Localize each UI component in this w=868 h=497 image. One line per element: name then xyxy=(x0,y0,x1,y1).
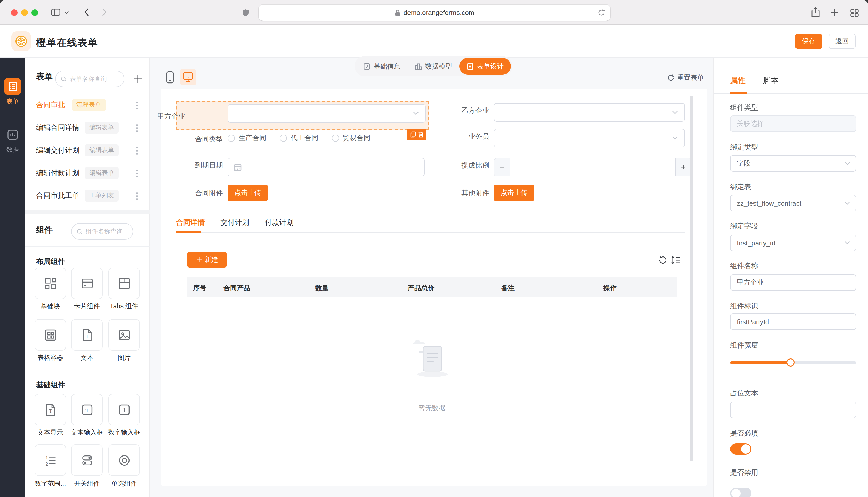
radio-trade-contract[interactable]: 贸易合同 xyxy=(332,133,371,143)
selected-component-first-party[interactable]: 甲方企业 xyxy=(176,101,429,130)
disabled-toggle[interactable] xyxy=(730,488,752,497)
component-card-image[interactable] xyxy=(108,319,140,351)
field-label: 甲方企业 xyxy=(141,112,185,121)
component-card-text[interactable]: T xyxy=(71,319,103,351)
other-attachment-upload-button[interactable]: 点击上传 xyxy=(494,185,534,201)
canvas-scrollbar[interactable] xyxy=(690,96,693,461)
tab-payment-plan[interactable]: 付款计划 xyxy=(265,218,294,227)
add-form-icon[interactable] xyxy=(133,74,143,84)
second-party-select[interactable] xyxy=(494,103,685,122)
undo-icon[interactable] xyxy=(658,255,668,265)
tab-basic-info[interactable]: 基础信息 xyxy=(356,58,408,75)
rail-label-data[interactable]: 数据 xyxy=(0,145,25,154)
commission-ratio-stepper[interactable] xyxy=(494,158,691,176)
list-item-edit-payment[interactable]: 编辑付款计划 编辑表单 xyxy=(25,162,150,185)
salesman-select[interactable] xyxy=(494,129,685,147)
rail-item-data[interactable] xyxy=(4,126,21,143)
reload-icon[interactable] xyxy=(597,9,605,16)
back-button-app[interactable]: 返回 xyxy=(829,33,856,49)
tab-script[interactable]: 脚本 xyxy=(763,76,779,86)
component-key-input[interactable]: firstPartyId xyxy=(730,313,856,330)
component-card-text-input[interactable]: T xyxy=(71,394,103,425)
required-toggle[interactable] xyxy=(730,443,752,455)
radio-icon[interactable] xyxy=(228,134,235,142)
component-card-text-display[interactable]: T xyxy=(35,394,66,425)
form-search[interactable] xyxy=(55,71,124,87)
component-search-input[interactable] xyxy=(86,228,127,235)
new-tab-icon[interactable] xyxy=(831,9,839,16)
tab-overview-icon[interactable] xyxy=(851,9,859,17)
bind-field-select[interactable]: first_party_id xyxy=(730,235,856,251)
data-chart-icon xyxy=(7,129,18,140)
placeholder-text-input[interactable] xyxy=(730,402,856,418)
component-card-label: 表格容器 xyxy=(31,354,70,363)
save-button[interactable]: 保存 xyxy=(795,33,822,49)
more-actions-icon[interactable] xyxy=(133,100,141,111)
list-item-edit-delivery[interactable]: 编辑交付计划 编辑表单 xyxy=(25,139,150,162)
radio-production-contract[interactable]: 生产合同 xyxy=(228,133,266,143)
component-card-switch[interactable] xyxy=(71,444,103,476)
rail-item-forms[interactable] xyxy=(4,78,21,95)
desktop-preview-button[interactable] xyxy=(180,69,196,85)
chevron-down-icon xyxy=(844,161,851,166)
tab-contract-detail[interactable]: 合同详情 xyxy=(176,218,205,227)
bind-type-select[interactable]: 字段 xyxy=(730,155,856,172)
field-label: 绑定类型 xyxy=(730,143,758,152)
list-item-edit-contract[interactable]: 编辑合同详情 编辑表单 xyxy=(25,116,150,139)
mobile-preview-button[interactable] xyxy=(162,69,178,85)
copy-icon[interactable] xyxy=(410,131,416,138)
contract-attachment-upload-button[interactable]: 点击上传 xyxy=(228,185,268,201)
component-card-number-range[interactable]: 12 xyxy=(35,444,66,476)
tab-form-design[interactable]: 表单设计 xyxy=(459,58,511,75)
more-actions-icon[interactable] xyxy=(133,145,141,156)
stepper-decrease-button[interactable] xyxy=(494,158,510,176)
delete-icon[interactable] xyxy=(418,131,424,138)
zoom-window-button[interactable] xyxy=(31,9,38,16)
form-type-badge: 流程表单 xyxy=(72,99,106,111)
tab-data-model[interactable]: 数据模型 xyxy=(408,58,459,75)
component-card-radio[interactable] xyxy=(108,444,140,476)
detail-table-header: 序号 合同产品 数量 产品总价 备注 操作 xyxy=(187,278,677,297)
active-tab-indicator xyxy=(730,92,747,94)
first-party-select[interactable] xyxy=(228,104,426,123)
back-button[interactable] xyxy=(84,8,89,16)
radio-icon[interactable] xyxy=(332,134,339,142)
component-card-number-input[interactable]: 1 xyxy=(108,394,140,425)
privacy-shield-icon[interactable] xyxy=(242,9,249,17)
new-row-button[interactable]: 新建 xyxy=(187,252,226,268)
component-card-tabs[interactable] xyxy=(108,268,140,299)
radio-icon[interactable] xyxy=(280,134,287,142)
basic-block-icon xyxy=(44,276,57,290)
forward-button[interactable] xyxy=(102,8,107,16)
component-card-card[interactable] xyxy=(71,268,103,299)
list-item-approve-workorder[interactable]: 合同审批工单 工单列表 xyxy=(25,185,150,207)
component-width-slider[interactable] xyxy=(730,361,856,364)
row-height-icon[interactable] xyxy=(671,255,681,265)
share-icon[interactable] xyxy=(811,7,820,17)
more-actions-icon[interactable] xyxy=(133,168,141,179)
stepper-increase-button[interactable] xyxy=(675,158,691,176)
sidebar-toggle-icon[interactable] xyxy=(51,8,61,16)
address-bar[interactable]: demo.orangeforms.com xyxy=(259,5,610,20)
rail-label-forms[interactable]: 表单 xyxy=(0,97,25,106)
bar-chart-icon xyxy=(415,63,422,70)
component-card-table-container[interactable] xyxy=(35,319,66,351)
component-card-basic-block[interactable] xyxy=(35,268,66,299)
reset-form-button[interactable]: 重置表单 xyxy=(667,73,704,83)
radio-oem-contract[interactable]: 代工合同 xyxy=(280,133,318,143)
more-actions-icon[interactable] xyxy=(133,122,141,133)
list-item-contract-approve[interactable]: 合同审批 流程表单 xyxy=(25,94,150,116)
card-component-icon xyxy=(80,276,94,290)
slider-thumb[interactable] xyxy=(786,358,795,367)
component-search[interactable] xyxy=(71,223,133,240)
tab-delivery-plan[interactable]: 交付计划 xyxy=(220,218,249,227)
component-name-input[interactable]: 甲方企业 xyxy=(730,274,856,291)
tab-properties[interactable]: 属性 xyxy=(730,76,746,86)
bind-table-select[interactable]: zz_test_flow_contract xyxy=(730,195,856,211)
chevron-down-icon[interactable] xyxy=(64,11,69,14)
minimize-window-button[interactable] xyxy=(21,9,28,16)
due-date-input[interactable] xyxy=(228,158,425,176)
close-window-button[interactable] xyxy=(11,9,17,16)
form-search-input[interactable] xyxy=(70,75,119,83)
more-actions-icon[interactable] xyxy=(133,190,141,202)
